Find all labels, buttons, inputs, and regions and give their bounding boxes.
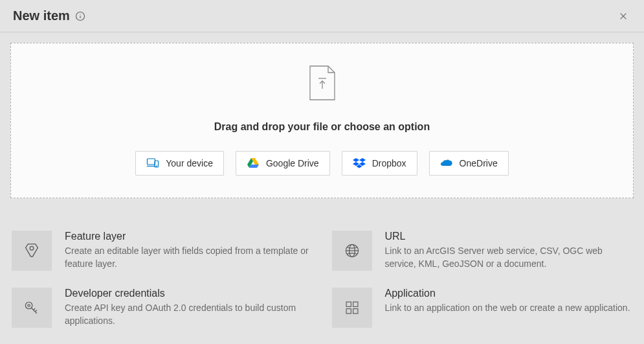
option-desc: Link to an ArcGIS Server web service, CS… — [385, 245, 633, 270]
google-drive-label: Google Drive — [266, 158, 319, 168]
feature-layer-icon — [12, 231, 52, 271]
svg-point-16 — [28, 304, 30, 307]
onedrive-icon — [440, 157, 453, 170]
close-button[interactable] — [616, 8, 631, 24]
option-desc: Create API key and OAuth 2.0 credentials… — [65, 302, 313, 327]
onedrive-button[interactable]: OneDrive — [429, 151, 509, 176]
svg-rect-17 — [346, 302, 351, 306]
option-desc: Link to an application on the web or cre… — [385, 302, 633, 315]
option-feature-layer[interactable]: Feature layer Create an editable layer w… — [12, 231, 313, 271]
your-device-label: Your device — [166, 158, 213, 168]
dialog-header: New item — [0, 0, 644, 32]
dialog-title: New item — [13, 8, 70, 23]
dropzone-instruction: Drag and drop your file or choose an opt… — [214, 121, 430, 133]
option-developer-credentials[interactable]: Developer credentials Create API key and… — [12, 288, 313, 328]
key-icon — [12, 288, 52, 328]
option-title: Feature layer — [65, 231, 313, 242]
file-dropzone[interactable]: Drag and drop your file or choose an opt… — [10, 43, 634, 198]
onedrive-label: OneDrive — [460, 158, 498, 168]
dropbox-button[interactable]: Dropbox — [342, 151, 417, 176]
option-title: Application — [385, 288, 633, 299]
google-drive-button[interactable]: Google Drive — [236, 151, 330, 176]
svg-rect-19 — [346, 309, 351, 314]
upload-source-row: Your device Google Drive — [135, 151, 508, 176]
application-icon — [332, 288, 372, 328]
google-drive-icon — [247, 157, 260, 170]
svg-point-10 — [156, 166, 157, 166]
svg-point-11 — [30, 246, 34, 250]
svg-rect-7 — [148, 159, 155, 165]
svg-rect-20 — [353, 309, 357, 314]
device-icon — [146, 157, 159, 170]
svg-point-2 — [80, 14, 80, 14]
option-url[interactable]: URL Link to an ArcGIS Server web service… — [332, 231, 633, 271]
item-type-options: Feature layer Create an editable layer w… — [0, 231, 644, 328]
info-icon[interactable] — [75, 11, 85, 21]
your-device-button[interactable]: Your device — [135, 151, 224, 176]
option-title: URL — [385, 231, 633, 242]
dropbox-icon — [353, 157, 366, 170]
option-desc: Create an editable layer with fields cop… — [65, 245, 313, 270]
option-application[interactable]: Application Link to an application on th… — [332, 288, 633, 328]
globe-icon — [332, 231, 372, 271]
dropbox-label: Dropbox — [372, 158, 406, 168]
option-title: Developer credentials — [65, 288, 313, 299]
svg-rect-18 — [353, 302, 357, 306]
upload-file-icon — [308, 65, 337, 103]
